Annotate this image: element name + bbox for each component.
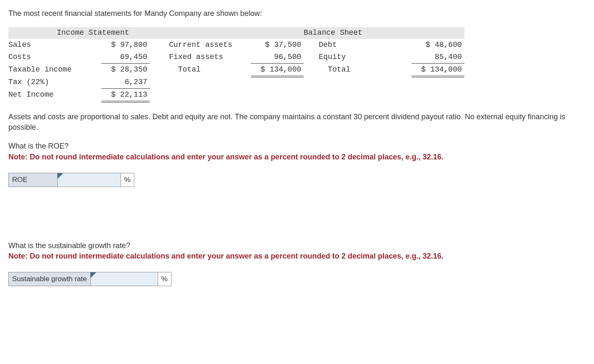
tax-label: Tax (22%) [8,76,101,89]
sgr-unit-cell: % [158,272,171,286]
costs-label: Costs [8,51,101,64]
roe-label-cell: ROE [9,173,58,187]
sales-value: $ 97,800 [101,39,150,51]
costs-value: 69,450 [101,51,150,64]
equity-value: 85,400 [412,51,464,64]
roe-unit-cell: % [121,173,134,187]
financial-statements-table: Income Statement Balance Sheet Sales $ 9… [8,27,464,101]
taxable-income-label: Taxable income [8,63,101,76]
total-liab-equity-value: $ 134,000 [412,63,464,76]
taxable-income-value: $ 28,350 [101,63,150,76]
sales-label: Sales [8,39,101,51]
net-income-label: Net Income [8,88,101,101]
table-row: Sales $ 97,800 Current assets $ 37,500 D… [8,39,464,51]
question-2: What is the sustainable growth rate? [8,241,586,251]
input-marker-icon [57,173,63,179]
table-row: Taxable income $ 28,350 Total $ 134,000 … [8,63,464,76]
roe-answer-grid: ROE % [8,173,134,187]
equity-label: Equity [319,51,384,64]
sgr-input[interactable] [91,273,158,285]
note-2: Note: Do not round intermediate calculat… [8,251,586,261]
total-liab-equity-label: Total [319,63,384,76]
table-header-row: Income Statement Balance Sheet [8,27,464,38]
sgr-answer-grid: Sustainable growth rate % [8,272,172,286]
total-assets-value: $ 134,000 [251,63,304,76]
total-assets-label: Total [169,63,251,76]
current-assets-value: $ 37,500 [251,39,304,51]
balance-sheet-header: Balance Sheet [304,27,384,38]
debt-label: Debt [319,39,384,51]
fixed-assets-label: Fixed assets [169,51,251,64]
assumptions-paragraph: Assets and costs are proportional to sal… [8,112,586,133]
sgr-input-cell[interactable] [90,272,158,286]
intro-text: The most recent financial statements for… [8,8,586,19]
roe-input[interactable] [58,174,120,186]
sgr-label-cell: Sustainable growth rate [9,272,91,286]
input-marker-icon [90,272,96,278]
income-statement-header: Income Statement [57,27,150,38]
question-1: What is the ROE? [8,141,586,151]
tax-value: 6,237 [101,76,150,89]
roe-input-cell[interactable] [58,173,121,187]
debt-value: $ 48,600 [412,39,464,51]
net-income-value: $ 22,113 [101,88,150,101]
fixed-assets-value: 96,500 [251,51,304,64]
table-row: Net Income $ 22,113 [8,88,464,101]
note-1: Note: Do not round intermediate calculat… [8,152,586,162]
table-row: Costs 69,450 Fixed assets 96,500 Equity … [8,51,464,64]
current-assets-label: Current assets [169,39,251,51]
table-row: Tax (22%) 6,237 [8,76,464,89]
